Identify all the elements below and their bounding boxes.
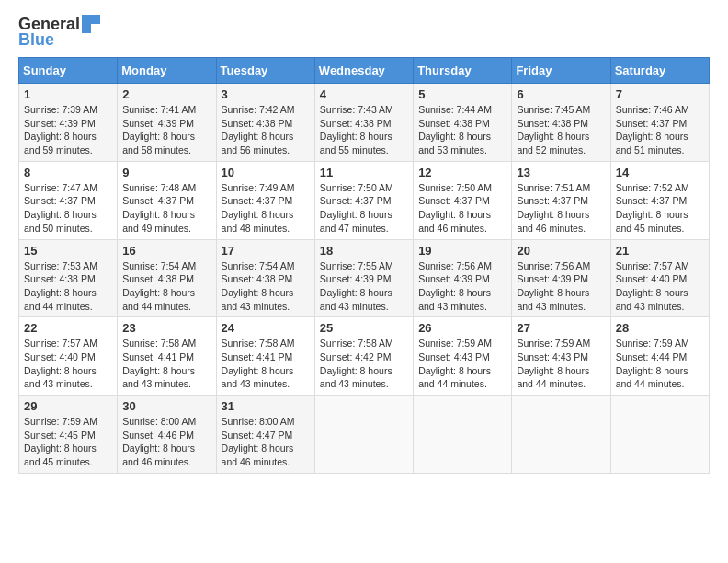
day-number: 6 — [517, 87, 605, 101]
logo-icon — [82, 15, 100, 33]
day-info: Sunrise: 7:58 AMSunset: 4:41 PMDaylight:… — [222, 338, 295, 389]
calendar-cell — [610, 396, 709, 474]
calendar-cell: 29Sunrise: 7:59 AMSunset: 4:45 PMDayligh… — [19, 396, 118, 474]
calendar-cell: 17Sunrise: 7:54 AMSunset: 4:38 PMDayligh… — [216, 239, 314, 317]
day-info: Sunrise: 7:50 AMSunset: 4:37 PMDaylight:… — [418, 182, 492, 234]
day-info: Sunrise: 7:39 AMSunset: 4:39 PMDaylight:… — [24, 104, 97, 155]
day-header-monday: Monday — [118, 58, 216, 84]
calendar-cell: 15Sunrise: 7:53 AMSunset: 4:38 PMDayligh… — [19, 239, 118, 317]
day-number: 15 — [24, 244, 112, 258]
day-header-tuesday: Tuesday — [216, 58, 314, 84]
svg-marker-0 — [82, 15, 100, 33]
calendar-cell: 3Sunrise: 7:42 AMSunset: 4:38 PMDaylight… — [216, 84, 314, 162]
day-info: Sunrise: 7:52 AMSunset: 4:37 PMDaylight:… — [616, 182, 689, 234]
calendar-cell: 28Sunrise: 7:59 AMSunset: 4:44 PMDayligh… — [610, 317, 709, 396]
calendar-cell: 2Sunrise: 7:41 AMSunset: 4:39 PMDaylight… — [118, 84, 216, 162]
day-info: Sunrise: 7:48 AMSunset: 4:37 PMDaylight:… — [122, 182, 196, 234]
calendar-cell: 27Sunrise: 7:59 AMSunset: 4:43 PMDayligh… — [512, 317, 610, 396]
calendar-cell: 21Sunrise: 7:57 AMSunset: 4:40 PMDayligh… — [610, 239, 709, 317]
day-number: 8 — [24, 166, 112, 179]
day-number: 20 — [517, 244, 605, 258]
day-number: 19 — [418, 244, 506, 258]
calendar-cell: 16Sunrise: 7:54 AMSunset: 4:38 PMDayligh… — [118, 239, 216, 317]
day-number: 29 — [24, 399, 112, 413]
day-info: Sunrise: 7:47 AMSunset: 4:37 PMDaylight:… — [24, 182, 97, 234]
calendar-week-2: 8Sunrise: 7:47 AMSunset: 4:37 PMDaylight… — [19, 161, 710, 239]
day-number: 11 — [320, 166, 408, 179]
day-info: Sunrise: 7:59 AMSunset: 4:43 PMDaylight:… — [418, 338, 492, 389]
calendar-cell: 9Sunrise: 7:48 AMSunset: 4:37 PMDaylight… — [118, 161, 216, 239]
day-number: 25 — [320, 321, 408, 335]
calendar-cell: 8Sunrise: 7:47 AMSunset: 4:37 PMDaylight… — [19, 161, 118, 239]
day-number: 14 — [616, 166, 704, 179]
day-number: 26 — [418, 321, 506, 335]
calendar-cell: 13Sunrise: 7:51 AMSunset: 4:37 PMDayligh… — [512, 161, 610, 239]
day-number: 23 — [122, 321, 210, 335]
day-info: Sunrise: 7:56 AMSunset: 4:39 PMDaylight:… — [517, 260, 590, 312]
day-number: 22 — [24, 321, 112, 335]
day-info: Sunrise: 7:54 AMSunset: 4:38 PMDaylight:… — [222, 260, 295, 312]
calendar-cell: 5Sunrise: 7:44 AMSunset: 4:38 PMDaylight… — [414, 84, 512, 162]
calendar-header-row: SundayMondayTuesdayWednesdayThursdayFrid… — [19, 58, 710, 84]
day-info: Sunrise: 7:54 AMSunset: 4:38 PMDaylight:… — [122, 260, 196, 312]
day-number: 17 — [222, 244, 310, 258]
day-number: 18 — [320, 244, 408, 258]
day-number: 7 — [616, 87, 704, 101]
calendar-cell: 6Sunrise: 7:45 AMSunset: 4:38 PMDaylight… — [512, 84, 610, 162]
day-info: Sunrise: 7:44 AMSunset: 4:38 PMDaylight:… — [418, 104, 492, 155]
day-info: Sunrise: 7:57 AMSunset: 4:40 PMDaylight:… — [24, 338, 97, 389]
day-info: Sunrise: 7:57 AMSunset: 4:40 PMDaylight:… — [616, 260, 689, 312]
day-number: 30 — [122, 399, 210, 413]
calendar-cell — [414, 396, 512, 474]
day-number: 12 — [418, 166, 506, 179]
calendar-cell: 12Sunrise: 7:50 AMSunset: 4:37 PMDayligh… — [414, 161, 512, 239]
calendar-cell: 4Sunrise: 7:43 AMSunset: 4:38 PMDaylight… — [314, 84, 413, 162]
day-number: 2 — [122, 87, 210, 101]
day-info: Sunrise: 7:45 AMSunset: 4:38 PMDaylight:… — [517, 104, 590, 155]
day-header-thursday: Thursday — [414, 58, 512, 84]
day-info: Sunrise: 7:55 AMSunset: 4:39 PMDaylight:… — [320, 260, 393, 312]
day-header-sunday: Sunday — [19, 58, 118, 84]
calendar-week-4: 22Sunrise: 7:57 AMSunset: 4:40 PMDayligh… — [19, 317, 710, 396]
day-info: Sunrise: 7:51 AMSunset: 4:37 PMDaylight:… — [517, 182, 590, 234]
day-header-friday: Friday — [512, 58, 610, 84]
calendar-cell: 10Sunrise: 7:49 AMSunset: 4:37 PMDayligh… — [216, 161, 314, 239]
day-info: Sunrise: 7:42 AMSunset: 4:38 PMDaylight:… — [222, 104, 295, 155]
day-number: 24 — [222, 321, 310, 335]
day-info: Sunrise: 8:00 AMSunset: 4:47 PMDaylight:… — [222, 416, 295, 467]
header: General Blue — [18, 15, 710, 50]
day-info: Sunrise: 7:59 AMSunset: 4:43 PMDaylight:… — [517, 338, 590, 389]
day-info: Sunrise: 7:59 AMSunset: 4:45 PMDaylight:… — [24, 416, 97, 467]
calendar-cell: 20Sunrise: 7:56 AMSunset: 4:39 PMDayligh… — [512, 239, 610, 317]
day-number: 21 — [616, 244, 704, 258]
day-info: Sunrise: 8:00 AMSunset: 4:46 PMDaylight:… — [122, 416, 196, 467]
logo: General Blue — [18, 15, 100, 50]
day-number: 9 — [122, 166, 210, 179]
calendar-cell: 30Sunrise: 8:00 AMSunset: 4:46 PMDayligh… — [118, 396, 216, 474]
day-info: Sunrise: 7:46 AMSunset: 4:37 PMDaylight:… — [616, 104, 689, 155]
calendar-cell: 19Sunrise: 7:56 AMSunset: 4:39 PMDayligh… — [414, 239, 512, 317]
calendar-cell: 26Sunrise: 7:59 AMSunset: 4:43 PMDayligh… — [414, 317, 512, 396]
day-header-wednesday: Wednesday — [314, 58, 413, 84]
day-header-saturday: Saturday — [610, 58, 709, 84]
day-number: 13 — [517, 166, 605, 179]
calendar-cell: 22Sunrise: 7:57 AMSunset: 4:40 PMDayligh… — [19, 317, 118, 396]
calendar-cell: 31Sunrise: 8:00 AMSunset: 4:47 PMDayligh… — [216, 396, 314, 474]
day-number: 31 — [222, 399, 310, 413]
calendar-week-5: 29Sunrise: 7:59 AMSunset: 4:45 PMDayligh… — [19, 396, 710, 474]
day-number: 4 — [320, 87, 408, 101]
day-info: Sunrise: 7:56 AMSunset: 4:39 PMDaylight:… — [418, 260, 492, 312]
day-number: 27 — [517, 321, 605, 335]
day-number: 1 — [24, 87, 112, 101]
day-info: Sunrise: 7:58 AMSunset: 4:41 PMDaylight:… — [122, 338, 196, 389]
day-info: Sunrise: 7:50 AMSunset: 4:37 PMDaylight:… — [320, 182, 393, 234]
calendar-cell: 25Sunrise: 7:58 AMSunset: 4:42 PMDayligh… — [314, 317, 413, 396]
calendar-cell — [314, 396, 413, 474]
calendar-cell — [512, 396, 610, 474]
day-number: 3 — [222, 87, 310, 101]
calendar-cell: 7Sunrise: 7:46 AMSunset: 4:37 PMDaylight… — [610, 84, 709, 162]
calendar-week-3: 15Sunrise: 7:53 AMSunset: 4:38 PMDayligh… — [19, 239, 710, 317]
day-info: Sunrise: 7:49 AMSunset: 4:37 PMDaylight:… — [222, 182, 295, 234]
calendar-cell: 24Sunrise: 7:58 AMSunset: 4:41 PMDayligh… — [216, 317, 314, 396]
day-info: Sunrise: 7:58 AMSunset: 4:42 PMDaylight:… — [320, 338, 393, 389]
